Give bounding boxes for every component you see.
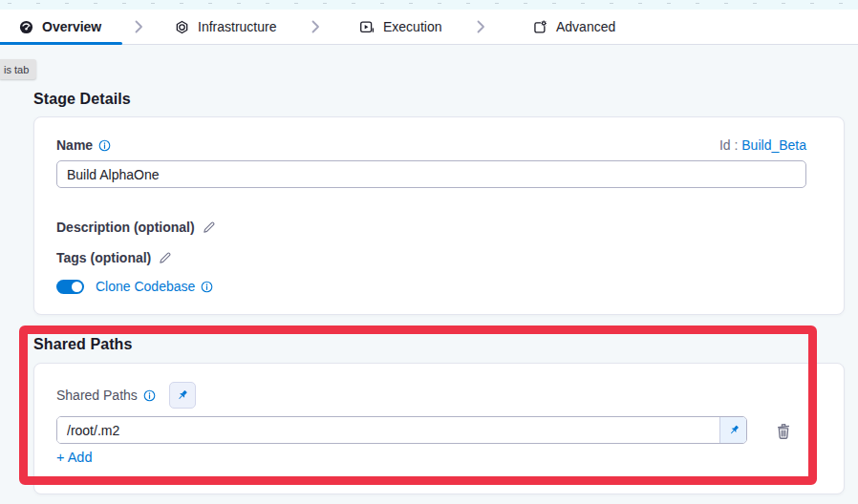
tooltip-fragment: is tab	[0, 59, 36, 79]
tab-advanced-label: Advanced	[556, 19, 615, 34]
stage-details-heading: Stage Details	[33, 91, 131, 108]
tab-execution[interactable]: Execution	[359, 10, 441, 44]
stage-name-input[interactable]	[56, 160, 806, 188]
info-icon[interactable]	[98, 139, 111, 152]
add-path-link[interactable]: + Add	[56, 450, 93, 465]
name-row: Name Id : Build_Beta	[56, 137, 806, 153]
name-label: Name	[56, 137, 111, 153]
toggle-knob	[72, 282, 82, 292]
tags-label: Tags (optional)	[56, 250, 151, 265]
pipeline-canvas-strip	[0, 0, 858, 10]
execution-icon	[359, 20, 375, 34]
shared-paths-heading: Shared Paths	[33, 336, 132, 353]
tab-advanced[interactable]: Advanced	[532, 10, 615, 44]
description-row[interactable]: Description (optional)	[56, 220, 216, 235]
tab-infrastructure-label: Infrastructure	[198, 19, 276, 34]
stage-tabbar: Overview Infrastructure Execution	[0, 10, 858, 45]
pin-field-button[interactable]	[719, 417, 746, 443]
description-label: Description (optional)	[56, 220, 195, 235]
pin-icon	[175, 388, 189, 403]
tab-execution-label: Execution	[383, 19, 441, 34]
clone-codebase-label: Clone Codebase	[96, 279, 213, 294]
infrastructure-icon	[175, 20, 189, 34]
edit-pencil-icon[interactable]	[203, 220, 216, 234]
chevron-right-icon	[477, 20, 485, 33]
advanced-icon	[532, 20, 547, 34]
overview-icon	[19, 20, 33, 34]
delete-path-button[interactable]	[773, 419, 794, 442]
shared-paths-label: Shared Paths	[56, 388, 138, 403]
chevron-right-icon	[311, 20, 320, 33]
active-tab-underline	[0, 42, 122, 45]
stage-details-card: Name Id : Build_Beta Description (option…	[33, 116, 845, 315]
clone-codebase-toggle[interactable]	[56, 280, 84, 294]
tab-infrastructure[interactable]: Infrastructure	[175, 10, 276, 44]
tags-row[interactable]: Tags (optional)	[56, 250, 172, 265]
info-icon[interactable]	[201, 281, 213, 293]
trash-icon	[774, 421, 793, 441]
shared-paths-label-row: Shared Paths	[56, 382, 196, 409]
info-icon[interactable]	[143, 389, 156, 402]
tab-overview[interactable]: Overview	[19, 10, 101, 44]
edit-pencil-icon[interactable]	[159, 251, 172, 264]
pin-all-button[interactable]	[169, 382, 196, 409]
clone-codebase-row: Clone Codebase	[56, 279, 213, 294]
tab-overview-label: Overview	[42, 19, 101, 34]
stage-id-link[interactable]: Build_Beta	[741, 137, 806, 153]
stage-id: Id : Build_Beta	[719, 137, 806, 153]
shared-paths-card: Shared Paths	[33, 363, 845, 494]
shared-path-input-group	[56, 416, 747, 444]
shared-path-input[interactable]	[57, 417, 719, 443]
pin-icon	[727, 424, 740, 437]
chevron-right-icon	[135, 20, 143, 33]
